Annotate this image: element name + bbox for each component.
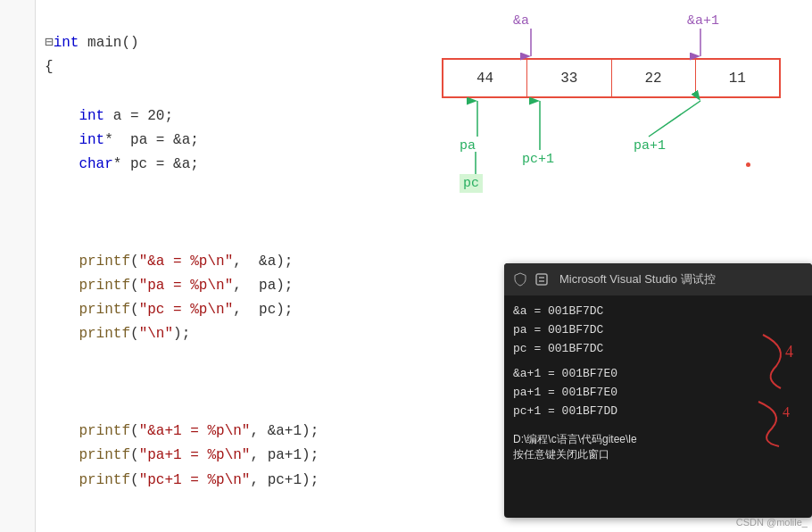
terminal-footer: D:\编程\c语言\代码gitee\le 按任意键关闭此窗口 <box>504 428 812 466</box>
fold-icon: ⊟ <box>45 35 54 51</box>
terminal-window: Microsoft Visual Studio 调试控 &a = 001BF7D… <box>504 263 812 518</box>
memory-cell-0: 44 <box>443 60 527 96</box>
diagram-area: &a &a+1 44 33 22 11 pa pc+1 pa+1 pc <box>393 9 803 241</box>
arrows-svg <box>393 9 803 241</box>
svg-rect-10 <box>536 274 547 285</box>
memory-cell-3: 11 <box>696 60 779 96</box>
watermark: CSDN @molile_ <box>736 517 808 528</box>
label-amp-a: &a <box>513 13 529 29</box>
shield-icon <box>513 272 527 287</box>
terminal-line-2: pa = 001BF7DC <box>513 321 803 340</box>
debug-icon <box>534 272 549 287</box>
memory-cell-1: 33 <box>527 60 611 96</box>
label-pa: pa <box>460 138 476 154</box>
terminal-header: Microsoft Visual Studio 调试控 <box>504 263 812 295</box>
label-amp-a1: &a+1 <box>687 13 719 29</box>
terminal-line-7: pc+1 = 001BF7DD <box>513 403 803 421</box>
line-numbers <box>0 0 36 532</box>
label-pa1: pa+1 <box>634 138 666 154</box>
terminal-body: &a = 001BF7DC pa = 001BF7DC pc = 001BF7D… <box>504 295 812 428</box>
terminal-line-6: pa+1 = 001BF7E0 <box>513 384 803 403</box>
terminal-close-prompt: 按任意键关闭此窗口 <box>513 447 803 462</box>
red-dot <box>746 162 750 167</box>
terminal-title: Microsoft Visual Studio 调试控 <box>559 271 716 287</box>
terminal-line-3: pc = 001BF7DC <box>513 340 803 359</box>
terminal-line-5: &a+1 = 001BF7E0 <box>513 365 803 384</box>
svg-line-8 <box>649 101 700 137</box>
memory-cell-2: 22 <box>612 60 696 96</box>
memory-box: 44 33 22 11 <box>442 58 781 98</box>
terminal-path: D:\编程\c语言\代码gitee\le <box>513 432 803 447</box>
label-pc: pc <box>460 174 483 193</box>
label-pc1: pc+1 <box>522 152 554 167</box>
terminal-line-1: &a = 001BF7DC <box>513 303 803 321</box>
